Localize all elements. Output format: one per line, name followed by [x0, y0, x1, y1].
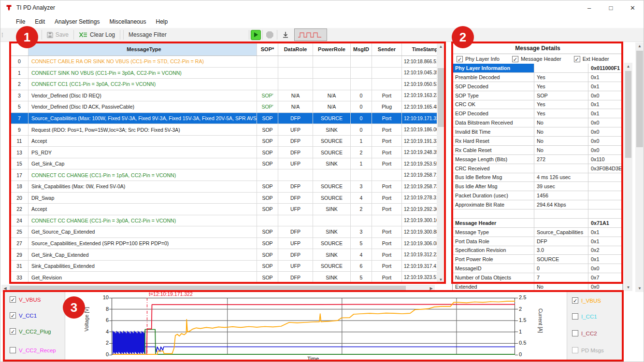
details-row[interactable]	[453, 209, 623, 219]
sender-cell	[372, 56, 402, 67]
signal-checkbox-i-cc1[interactable]: I_CC1	[572, 313, 597, 320]
scroll-down-icon[interactable]: ▼	[624, 284, 632, 291]
details-row[interactable]: Bus Idle Before Msg4 ms 126 usec	[453, 173, 623, 182]
table-row[interactable]: 15Get_Sink_CapSOPUFPSINK1Port12:10:19.25…	[11, 158, 444, 170]
table-row[interactable]: 7Source_Capabilities (Max: 100W, Fixed 5…	[11, 113, 444, 125]
message-filter-button[interactable]: Message Filter	[125, 30, 170, 39]
close-button[interactable]: ✕	[622, 0, 644, 15]
signal-checkbox-v-cc1[interactable]: ✓V_CC1	[10, 312, 37, 319]
table-vscroll-thumb[interactable]	[438, 68, 444, 127]
details-row[interactable]: Port Power RoleSOURCE0x1	[453, 255, 623, 264]
download-button[interactable]	[279, 30, 292, 40]
details-row[interactable]: CRC OKYes0x1	[453, 100, 623, 110]
details-row[interactable]: Message Header0x71A1	[453, 219, 623, 228]
details-checkbox-ext-header[interactable]: ✓Ext Header	[574, 56, 609, 62]
scroll-up-icon[interactable]: ▲	[624, 63, 632, 70]
signal-checkbox-i-cc2[interactable]: I_CC2	[572, 330, 597, 336]
scroll-up-icon[interactable]: ▲	[635, 42, 644, 50]
table-row[interactable]: 20DR_SwapSOPDFPSOURCE4Port12:10:19.278.3…	[11, 193, 444, 204]
table-vscrollbar[interactable]: ▲ ▼	[437, 43, 445, 283]
table-row[interactable]: 3Vendor_Defined (Disc ID REQ)SOP'N/AN/A0…	[11, 90, 444, 102]
table-row[interactable]: 25Get_Source_Cap_ExtendedSOPDFPSINK3Port…	[11, 226, 444, 238]
details-vscroll-thumb[interactable]	[625, 71, 631, 158]
details-row[interactable]: Rx Hard ResetNo0x0	[453, 137, 623, 146]
details-row[interactable]: Preamble DecodedYes0x1	[453, 73, 623, 82]
scroll-down-icon[interactable]: ▼	[437, 276, 445, 283]
table-row[interactable]: 1CONNECT SINK NO VBUS (CC1-Pin = 3p0A, C…	[11, 68, 444, 79]
details-checkbox-message-header[interactable]: ✓Message Header	[512, 56, 561, 62]
main-vscroll-thumb[interactable]	[636, 51, 643, 147]
main-vscrollbar[interactable]: ▲ ▼	[635, 42, 644, 292]
data-role-cell: N/A	[278, 90, 313, 101]
details-row[interactable]: Port Data RoleDFP0x1	[453, 237, 623, 246]
details-row[interactable]: Number of Data Objects70x7	[453, 273, 623, 282]
details-row[interactable]: SOP TypeSOP0x0	[453, 91, 623, 100]
maximize-button[interactable]: □	[600, 0, 622, 15]
table-row[interactable]: 35Revision (Revision: 3.1, Version 1.8)S…	[11, 283, 444, 284]
table-row[interactable]: 9Request (RDO: Pos=1, Pow=15W,Ioc=3A; Sr…	[11, 124, 444, 136]
details-row[interactable]: Data Bitstream ReceivedNo0x0	[453, 118, 623, 127]
column-header-datarole[interactable]: DataRole	[278, 43, 313, 56]
signal-checkbox-i-vbus[interactable]: ✓I_VBUS	[572, 297, 601, 304]
details-row[interactable]: MessageID00x0	[453, 264, 623, 273]
checkbox-icon	[572, 347, 578, 353]
menu-analyser-settings[interactable]: Analyser Settings	[50, 16, 104, 27]
details-value: 3.0	[534, 246, 588, 255]
table-row[interactable]: 13PS_RDYSOPDFPSOURCE2Port12:10:19.248.35…	[11, 147, 444, 158]
scroll-up-icon[interactable]: ▲	[437, 43, 445, 50]
table-row[interactable]: 0CONNECT CABLE RA OR SINK NO VBUS (CC1-P…	[11, 56, 444, 68]
signal-checkbox-v-cc2-recep[interactable]: V_CC2_Recep	[10, 347, 56, 353]
details-checkbox-phy-layer-info[interactable]: ✓Phy Layer Info	[457, 56, 500, 62]
details-value	[534, 209, 588, 218]
details-row[interactable]: Message Length (Bits)2720x110	[453, 155, 623, 164]
signal-checkbox-pd-msgs[interactable]: PD Msgs	[572, 347, 604, 353]
toolbar-grip[interactable]: ⁞	[1, 31, 3, 39]
table-row[interactable]: 24CONNECT CC CHANGE (CC1-Pin = 3p0A, CC2…	[11, 215, 444, 227]
signal-checkbox-v-vbus[interactable]: ✓V_VBUS	[10, 296, 41, 303]
menu-file[interactable]: File	[11, 16, 30, 27]
details-row[interactable]: Invalid Bit TimeNo0x0	[453, 127, 623, 137]
table-row[interactable]: 29Get_Sink_Cap_ExtendedSOPDFPSINK4Port12…	[11, 249, 444, 261]
details-row[interactable]: Message TypeSource_Capabilities0x1	[453, 228, 623, 237]
details-row[interactable]: Approximate Bit Rate294.64 Kbps	[453, 200, 623, 209]
details-row[interactable]: Bus Idle After Msg39 usec	[453, 182, 623, 191]
details-row[interactable]: SOP DecodedYes0x1	[453, 82, 623, 91]
scroll-down-icon[interactable]: ▼	[635, 285, 644, 292]
details-row[interactable]: Rx Cable ResetNo0x0	[453, 146, 623, 155]
waveform-view-toggle[interactable]	[294, 28, 327, 41]
details-row[interactable]: CRC Received0x3F0B4D3E	[453, 164, 623, 173]
menu-miscellaneous[interactable]: Miscellaneous	[104, 16, 151, 27]
save-button[interactable]: Save	[43, 30, 72, 39]
table-row[interactable]: 18Sink_Capabilities (Max: 0W, Fixed 5V-0…	[11, 181, 444, 193]
details-row[interactable]: Specification Revision3.00x2	[453, 246, 623, 255]
column-header-messagetype[interactable]: MessageType	[29, 43, 257, 56]
clear-log-button[interactable]: Clear Log	[75, 30, 118, 39]
details-row[interactable]: ExtendedNo0x0	[453, 282, 623, 291]
table-row[interactable]: 5Vendor_Defined (Disc ID ACK, PassiveCab…	[11, 101, 444, 113]
column-header-powerrole[interactable]: PowerRole	[313, 43, 351, 56]
data-role-cell: DFP	[278, 147, 313, 158]
column-header-msgid[interactable]: MsgID	[351, 43, 372, 56]
minimize-button[interactable]: –	[578, 0, 600, 15]
signal-checkbox-v-cc2-plug[interactable]: ✓V_CC2_Plug	[10, 328, 51, 334]
table-row[interactable]: 2CONNECT CC1 (CC1-Pin = 3p0A, CC2-Pin = …	[11, 79, 444, 90]
table-row[interactable]: 11AcceptSOPDFPSOURCE1Port12:10:19.191.33…	[11, 136, 444, 147]
column-header-sop[interactable]: SOP*	[257, 43, 278, 56]
start-capture-button[interactable]	[251, 30, 261, 40]
waveform-plot[interactable]	[112, 298, 515, 355]
details-row[interactable]: EOP DecodedYes0x1	[453, 109, 623, 118]
column-header-sender[interactable]: Sender	[372, 43, 402, 56]
table-row[interactable]: 27Source_Capabilities_Extended (SPR PDP=…	[11, 238, 444, 250]
stop-capture-button[interactable]	[266, 31, 273, 39]
table-row[interactable]: 22AcceptSOPUFPSINK2Port12:10:19.292.309	[11, 204, 444, 215]
details-row[interactable]: Phy Layer Information0x011000F1	[453, 64, 623, 73]
table-row[interactable]: 33Get_RevisionSOPDFPSINK5Port12:10:19.32…	[11, 272, 444, 283]
data-role-cell: UFP	[278, 124, 313, 135]
details-vscrollbar[interactable]: ▲ ▼	[624, 63, 632, 291]
table-row[interactable]: 31Sink_Capabilities_ExtendedSOPUFPSOURCE…	[11, 261, 444, 272]
menu-help[interactable]: Help	[151, 16, 172, 27]
table-row[interactable]: 17CONNECT CC CHANGE (CC1-Pin = 1p5A, CC2…	[11, 169, 444, 181]
details-hex: 0x71A1	[588, 219, 623, 227]
menu-edit[interactable]: Edit	[30, 16, 50, 27]
details-row[interactable]: Packet Duration (usec)1456	[453, 191, 623, 200]
